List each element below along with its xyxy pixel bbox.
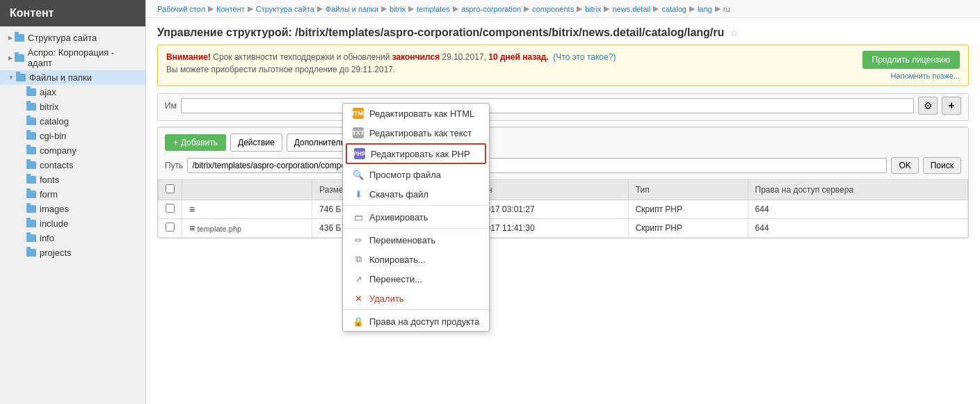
folder-icon	[26, 176, 36, 184]
gear-button[interactable]: ⚙	[918, 97, 938, 115]
name-label: Им	[165, 101, 177, 111]
breadcrumb: Рабочий стол ▶ Контент ▶ Структура сайта…	[146, 0, 980, 18]
folder-icon	[26, 220, 36, 227]
sidebar-item-company[interactable]: company	[11, 143, 145, 158]
alert-text1: Срок активности техподдержки и обновлени…	[213, 52, 392, 62]
sidebar-item-images[interactable]: images	[11, 202, 145, 216]
favorite-icon[interactable]: ☆	[730, 27, 739, 38]
file-toolbar: + Добавить Действие Дополнительно ▾	[158, 127, 968, 157]
ok-button[interactable]: OK	[891, 157, 918, 174]
sidebar-item-aspro[interactable]: ▶ Аспро: Корпорация - адапт	[0, 45, 145, 70]
folder-icon	[26, 132, 36, 140]
add-button[interactable]: + Добавить	[165, 134, 226, 151]
sidebar-item-projects[interactable]: projects	[11, 245, 145, 260]
table-header-row: Размер файла Изменен Тип Права на доступ…	[159, 180, 968, 200]
menu-item-rename[interactable]: ✏ Переименовать	[343, 230, 489, 250]
sidebar-item-contacts[interactable]: contacts	[11, 158, 145, 172]
menu-item-edit-html[interactable]: HTML Редактировать как HTML	[343, 104, 489, 123]
breadcrumb-bitrix[interactable]: bitrix	[389, 5, 405, 13]
menu-label-archive: Архивировать	[369, 212, 428, 223]
breadcrumb-templates[interactable]: templates	[417, 5, 450, 13]
breadcrumb-content[interactable]: Контент	[216, 5, 245, 13]
sidebar-item-site-structure[interactable]: ▶ Структура сайта	[0, 31, 145, 45]
alert-link[interactable]: (Что это такое?)	[551, 52, 616, 62]
menu-item-copy[interactable]: ⧉ Копировать...	[343, 250, 489, 269]
menu-item-view-file[interactable]: 🔍 Просмотр файла	[343, 165, 489, 184]
sidebar-title: Контент	[0, 0, 145, 26]
breadcrumb-aspro[interactable]: aspro-corporation	[461, 5, 521, 13]
breadcrumb-ru: ru	[723, 5, 730, 13]
breadcrumb-desktop[interactable]: Рабочий стол	[157, 5, 205, 13]
php-icon: PHP	[354, 148, 365, 159]
sidebar: Контент ▶ Структура сайта ▶ Аспро: Корпо…	[0, 0, 146, 404]
extend-license-button[interactable]: Продлить лицензию	[862, 51, 960, 69]
folder-icon	[26, 234, 36, 242]
menu-item-download[interactable]: ⬇ Скачать файл	[343, 184, 489, 204]
sidebar-item-catalog[interactable]: catalog	[11, 114, 145, 129]
menu-separator	[343, 309, 489, 310]
context-menu: HTML Редактировать как HTML TXT Редактир…	[342, 103, 490, 332]
breadcrumb-site-structure[interactable]: Структура сайта	[256, 5, 314, 13]
breadcrumb-bitrix2[interactable]: bitrix	[585, 5, 601, 13]
search-button[interactable]: Поиск	[923, 157, 961, 174]
menu-label-copy: Копировать...	[369, 254, 426, 265]
file-table: Размер файла Изменен Тип Права на доступ…	[158, 179, 968, 238]
menu-label-product-access: Права на доступ продукта	[369, 316, 479, 327]
breadcrumb-lang[interactable]: lang	[698, 5, 712, 13]
row-checkbox[interactable]	[166, 204, 175, 213]
sidebar-item-info[interactable]: info	[11, 231, 145, 245]
sep-icon: ▶	[317, 4, 323, 13]
menu-label-view-file: Просмотр файла	[369, 170, 441, 180]
breadcrumb-catalog[interactable]: catalog	[661, 5, 686, 13]
action-button[interactable]: Действие	[230, 134, 282, 152]
menu-item-product-access[interactable]: 🔒 Права на доступ продукта	[343, 312, 489, 331]
breadcrumb-files[interactable]: Файлы и папки	[326, 5, 378, 13]
menu-label-download: Скачать файл	[369, 189, 428, 200]
menu-item-delete[interactable]: ✕ Удалить	[343, 289, 489, 308]
folder-icon	[26, 191, 36, 198]
sep-icon: ▶	[604, 4, 609, 13]
row-type: Скрипт PHP	[628, 219, 748, 238]
sidebar-item-label: Файлы и папки	[29, 72, 92, 83]
sidebar-item-cgi-bin[interactable]: cgi-bin	[11, 129, 145, 143]
file-icon: ≡	[189, 204, 195, 215]
path-row: Путь OK Поиск	[158, 157, 968, 179]
add-label: Добавить	[181, 138, 218, 147]
breadcrumb-components[interactable]: components	[532, 5, 574, 13]
page-header: Управление структурой: /bitrix/templates…	[146, 18, 980, 45]
sidebar-item-form[interactable]: form	[11, 187, 145, 202]
sidebar-sub-items: ajax bitrix catalog cgi-bin	[0, 85, 145, 260]
breadcrumb-newsdetail[interactable]: news.detail	[612, 5, 650, 13]
select-all-checkbox[interactable]	[166, 184, 175, 193]
sidebar-item-bitrix[interactable]: bitrix	[11, 99, 145, 114]
sidebar-item-fonts[interactable]: fonts	[11, 172, 145, 187]
path-input[interactable]	[187, 158, 887, 173]
remind-later: Напомнить позже...	[891, 72, 960, 80]
menu-item-archive[interactable]: 🗃 Архивировать	[343, 207, 489, 227]
row-perms: 644	[748, 219, 967, 238]
col-permissions[interactable]: Права на доступ сервера	[748, 180, 967, 200]
sidebar-item-label: catalog	[40, 116, 69, 127]
row-checkbox-cell	[159, 219, 182, 238]
plus-button[interactable]: +	[942, 97, 961, 115]
col-type[interactable]: Тип	[628, 180, 748, 200]
menu-item-move[interactable]: ↗ Перенести...	[343, 269, 489, 289]
sidebar-item-label: ajax	[40, 87, 56, 97]
file-name-label: template.php	[198, 225, 242, 233]
sidebar-item-include[interactable]: include	[11, 216, 145, 231]
folder-icon	[26, 103, 36, 111]
sep-icon: ▶	[715, 4, 721, 13]
alert-bold2: 10 дней назад.	[488, 52, 548, 62]
path-label: Путь	[165, 161, 183, 170]
row-checkbox[interactable]	[166, 223, 175, 232]
file-name-input[interactable]	[181, 98, 914, 113]
menu-item-edit-php[interactable]: PHP Редактировать как PHP	[346, 143, 486, 164]
sidebar-item-label: bitrix	[40, 102, 58, 112]
sidebar-item-files-folders[interactable]: ▼ Файлы и папки	[0, 70, 145, 85]
menu-item-edit-text[interactable]: TXT Редактировать как текст	[343, 123, 489, 143]
alert-text: Внимание! Срок активности техподдержки и…	[166, 51, 616, 76]
sep-icon: ▶	[208, 4, 214, 13]
folder-icon	[15, 34, 24, 42]
sidebar-item-ajax[interactable]: ajax	[11, 85, 145, 99]
remind-link[interactable]: Напомнить позже...	[891, 72, 960, 80]
